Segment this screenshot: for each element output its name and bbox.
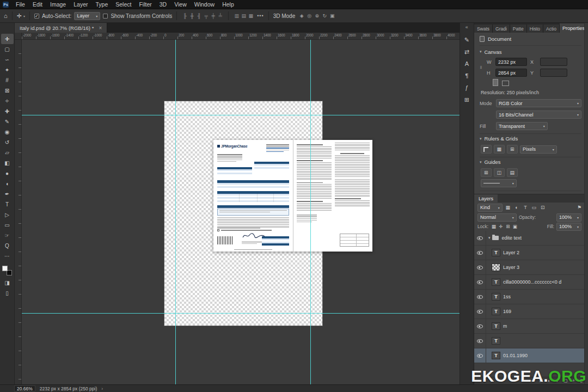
bit-depth-dropdown[interactable]: 16 Bits/Channel▾ (496, 111, 581, 119)
lock-icon[interactable]: ▦ (491, 224, 497, 229)
layer-visibility-toggle[interactable] (474, 348, 486, 363)
brush-tool[interactable]: ✎ (1, 117, 14, 127)
canvas-fill-dropdown[interactable]: Transparent▾ (496, 122, 548, 130)
pen-tool[interactable]: ✒ (1, 189, 14, 199)
panel-tab[interactable]: Actio (543, 24, 560, 33)
layer-filter-icon[interactable]: ▭ (531, 205, 537, 210)
swap-panels-icon[interactable]: ⇄ (461, 46, 473, 58)
foreground-color-swatch[interactable] (2, 266, 8, 271)
collapse-panels-icon[interactable]: « (465, 24, 468, 30)
gradient-tool[interactable]: ◧ (1, 158, 14, 168)
panel-tab[interactable]: Histo (527, 24, 543, 33)
auto-select-checkbox[interactable] (34, 14, 39, 19)
styles-panel-icon[interactable]: ƒ (461, 82, 473, 94)
menu-item[interactable]: Help (218, 0, 238, 9)
menu-item[interactable]: View (170, 0, 191, 9)
menu-item[interactable]: Layer (70, 0, 91, 9)
layer-visibility-toggle[interactable] (474, 334, 486, 348)
path-selection-tool[interactable]: ▷ (1, 210, 14, 220)
layer-row[interactable]: ▾ T 169 (474, 304, 588, 319)
horizontal-guide[interactable] (22, 115, 460, 115)
align-icon[interactable]: ╢ (195, 13, 203, 19)
menu-item[interactable]: Window (191, 0, 218, 9)
menu-item[interactable]: Type (91, 0, 112, 9)
align-icon[interactable]: ╫ (188, 13, 195, 19)
guide-option-icon[interactable]: ⊞ (481, 168, 492, 177)
layer-row[interactable]: ▾ T m (474, 319, 588, 334)
layer-filter-icon[interactable]: ⊡ (540, 205, 546, 210)
blend-mode-dropdown[interactable]: Normal▾ (477, 213, 517, 222)
align-icon[interactable]: ╪ (210, 13, 217, 19)
quick-mask-icon[interactable]: ◨ (1, 278, 14, 288)
color-swatches[interactable] (2, 266, 12, 275)
show-transform-checkbox[interactable] (103, 14, 108, 19)
3d-mode-icon[interactable]: ◎ (305, 13, 313, 19)
width-field[interactable]: 2232 px (495, 58, 527, 66)
y-field[interactable] (540, 69, 567, 77)
layer-row[interactable]: ▾ T Layer 2 (474, 246, 588, 260)
more-options-icon[interactable]: ••• (257, 13, 264, 19)
layer-visibility-toggle[interactable] (474, 290, 486, 304)
type-tool[interactable]: T (1, 199, 14, 210)
horizontal-guide[interactable] (22, 313, 460, 314)
fill-field[interactable]: 100%▾ (556, 223, 581, 231)
height-field[interactable]: 2854 px (495, 69, 527, 77)
guides-section-header[interactable]: ▾ Guides (480, 157, 581, 167)
healing-brush-tool[interactable]: ✚ (1, 106, 14, 117)
panel-scrollbar[interactable] (584, 23, 588, 384)
history-brush-tool[interactable]: ↺ (1, 137, 14, 148)
layer-row[interactable]: ▾ T 1ss (474, 290, 588, 304)
lock-icon[interactable]: ✛ (498, 224, 504, 229)
zoom-tool[interactable]: Q (1, 241, 14, 251)
layer-row[interactable]: ▾ T Layer 3 (474, 260, 588, 275)
toolbar-more-icon[interactable]: ⋯ (1, 251, 14, 261)
layer-visibility-toggle[interactable] (474, 231, 486, 245)
zoom-level-field[interactable]: 20.66% (14, 385, 35, 391)
status-options-icon[interactable]: › (101, 386, 103, 391)
3d-mode-icon[interactable]: ⊕ (313, 13, 321, 19)
marquee-tool[interactable]: ▢ (1, 44, 14, 54)
pasteboard[interactable]: JPMorganChase (22, 40, 460, 384)
rulers-grids-section-header[interactable]: ▾ Rulers & Grids (480, 133, 581, 143)
auto-select-target-dropdown[interactable]: Layer▾ (74, 12, 100, 20)
home-icon[interactable]: ⌂ (4, 13, 8, 19)
distribute-icon[interactable]: ▤ (240, 13, 247, 19)
eyedropper-tool[interactable]: ✧ (1, 96, 14, 106)
layers-tab[interactable]: Layers (474, 194, 498, 203)
blur-tool[interactable]: ● (1, 168, 14, 179)
document-tab[interactable]: Italy id.psd @ 20.7% (RGB/16) * × (15, 23, 107, 33)
adjustments-panel-icon[interactable]: ⊞ (461, 94, 473, 106)
move-tool[interactable]: ✛ (1, 34, 14, 44)
layer-visibility-toggle[interactable] (474, 319, 486, 333)
toggle-rulers-button[interactable] (481, 145, 492, 154)
rectangle-tool[interactable]: ▭ (1, 220, 14, 230)
menu-item[interactable]: Image (46, 0, 70, 9)
panel-tab[interactable]: Swats (474, 24, 493, 33)
expand-chevron-icon[interactable]: ▾ (488, 236, 491, 240)
ruler-corner[interactable] (15, 33, 22, 40)
color-mode-dropdown[interactable]: RGB Color▾ (496, 99, 581, 107)
vertical-ruler[interactable] (15, 40, 22, 384)
quick-actions-section-header[interactable]: › Quick Actions (480, 191, 581, 194)
hand-tool[interactable]: ☞ (1, 230, 14, 241)
layer-row[interactable]: ▾ T edite text (474, 231, 588, 246)
layer-filter-kind-dropdown[interactable]: Kind▾ (477, 204, 503, 212)
guide-style-dropdown[interactable]: ▾ (481, 179, 517, 187)
frame-tool[interactable]: ⊠ (1, 85, 14, 96)
quick-selection-tool[interactable]: ✦ (1, 65, 14, 75)
menu-item[interactable]: 3D (156, 0, 170, 9)
brush-settings-icon[interactable]: ✎ (461, 34, 473, 46)
layer-visibility-toggle[interactable] (474, 275, 486, 289)
lock-icon[interactable]: ⊞ (505, 224, 511, 229)
menu-item[interactable]: Select (112, 0, 135, 9)
grid-settings-button[interactable]: ⊞ (507, 145, 518, 154)
screen-mode-icon[interactable]: ▯ (1, 288, 14, 298)
vertical-guide[interactable] (175, 40, 176, 384)
menu-item[interactable]: Edit (29, 0, 46, 9)
layer-filter-icon[interactable]: T (522, 205, 529, 210)
menu-item[interactable]: File (12, 0, 29, 9)
menu-item[interactable]: Filter (135, 0, 155, 9)
close-icon[interactable]: × (99, 25, 102, 31)
units-dropdown[interactable]: Pixels▾ (520, 145, 557, 154)
character-panel-icon[interactable]: A (461, 58, 473, 70)
